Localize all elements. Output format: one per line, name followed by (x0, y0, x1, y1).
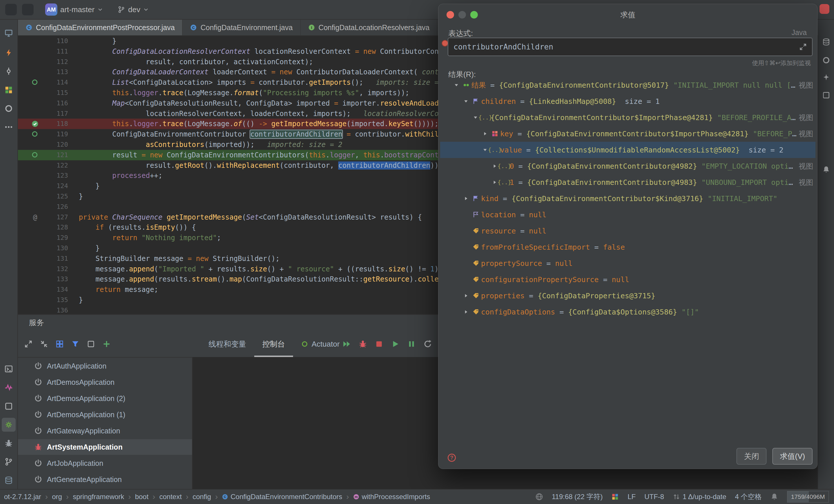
breadcrumb-item[interactable]: springframework (73, 493, 124, 501)
window-control-icon-2[interactable] (22, 4, 34, 15)
commit-icon[interactable] (2, 64, 16, 78)
globe-icon[interactable] (535, 493, 543, 501)
todo-icon[interactable] (2, 473, 16, 487)
filter-icon[interactable] (71, 340, 79, 348)
encoding[interactable]: UTF-8 (644, 493, 664, 501)
line-marker-icon[interactable] (31, 131, 38, 137)
group-by-icon[interactable] (56, 340, 64, 348)
ai-assistant-icon[interactable] (819, 70, 833, 84)
view-link[interactable]: 视图 (797, 178, 815, 187)
expander-closed-icon[interactable] (480, 131, 490, 137)
tree-row[interactable]: configurationPropertySource = null (440, 271, 815, 288)
add-tab-icon[interactable] (87, 340, 95, 348)
notifications-icon[interactable] (819, 163, 833, 177)
tree-row[interactable]: children = {LinkedHashMap@5008} size = 1 (440, 93, 815, 109)
service-row[interactable]: ArtGenerateApplication (18, 472, 192, 487)
breadcrumb-item[interactable]: org (52, 493, 62, 501)
expand-all-icon[interactable] (24, 340, 32, 348)
memory-indicator[interactable]: 1759/4096M (787, 491, 829, 503)
find-icon[interactable] (2, 101, 16, 115)
breadcrumb-item[interactable]: context (159, 493, 181, 501)
service-row[interactable]: ArtDemosApplication (18, 374, 192, 390)
debugger-tab-2[interactable]: 控制台 (254, 331, 293, 357)
database-icon[interactable] (819, 35, 833, 49)
tree-row[interactable]: {..}{ConfigDataEnvironmentContributor$Im… (440, 109, 815, 125)
gradle-icon[interactable] (819, 53, 833, 67)
pause-icon[interactable] (407, 340, 416, 348)
debugger-tab-1[interactable]: 线程和变量 (200, 331, 254, 357)
tree-row[interactable]: 结果 = {ConfigDataEnvironmentContributor@5… (440, 77, 815, 93)
breadcrumb-item[interactable]: CConfigDataEnvironmentContributors (222, 493, 342, 501)
tree-row[interactable]: fromProfileSpecificImport = false (440, 239, 815, 255)
line-ending[interactable]: LF (628, 493, 636, 501)
service-row[interactable]: ArtSystemApplication (18, 439, 192, 455)
editor-tab-1[interactable]: CConfigDataEnvironmentPostProcessor.java (18, 20, 182, 35)
caret-position[interactable]: 119:68 (22 字符) (552, 492, 603, 501)
editor-tab-2[interactable]: CConfigDataEnvironment.java (182, 20, 300, 35)
terminal-icon[interactable] (2, 362, 16, 376)
bookmark-icon[interactable] (2, 46, 16, 60)
breadcrumb-item[interactable]: ot-2.7.12.jar (4, 493, 41, 501)
service-row[interactable]: ArtGatewayApplication (18, 423, 192, 439)
service-row[interactable]: ArtDemosApplication (1) (18, 407, 192, 422)
rerun-icon[interactable] (423, 340, 432, 348)
more-tools-icon[interactable] (2, 120, 16, 134)
collapse-all-icon[interactable] (40, 340, 48, 348)
help-icon[interactable]: ? (447, 453, 456, 462)
tree-row[interactable]: resource = null (440, 223, 815, 239)
run-icon[interactable] (391, 340, 400, 348)
expression-input[interactable]: contributorAndChildren (448, 38, 813, 56)
expand-editor-icon[interactable] (799, 43, 807, 51)
resume-icon[interactable] (342, 340, 351, 348)
tree-row[interactable]: {..}value = {Collections$UnmodifiableRan… (440, 142, 815, 158)
profiler-icon[interactable] (2, 381, 16, 394)
colored-grid-icon[interactable] (611, 493, 619, 501)
breadcrumb-item[interactable]: config (193, 493, 211, 501)
add-service-icon[interactable] (103, 340, 111, 348)
expander-closed-icon[interactable] (461, 309, 470, 315)
build-icon[interactable] (2, 399, 16, 413)
window-control-icon[interactable] (5, 4, 17, 15)
services-icon[interactable] (2, 418, 16, 432)
git-icon[interactable] (2, 455, 16, 469)
tree-row[interactable]: {..}1 = {ConfigDataEnvironmentContributo… (440, 174, 815, 190)
recording-indicator-icon[interactable] (819, 4, 829, 14)
tree-row[interactable]: properties = {ConfigDataProperties@3715} (440, 288, 815, 304)
structure-icon[interactable] (2, 83, 16, 97)
service-row[interactable]: ArtAuthApplication (18, 358, 192, 374)
expander-closed-icon[interactable] (461, 196, 470, 201)
tree-row[interactable]: kind = {ConfigDataEnvironmentContributor… (440, 190, 815, 207)
notifications-bell-icon[interactable] (770, 493, 778, 501)
expander-closed-icon[interactable] (461, 293, 470, 299)
breakpoint-verified-icon[interactable] (31, 120, 39, 128)
view-link[interactable]: 视图 (797, 161, 815, 171)
editor-tab-3[interactable]: IConfigDataLocationResolvers.java (301, 20, 438, 35)
line-marker-icon[interactable] (31, 151, 38, 158)
debugger-tab-3[interactable]: Actuator (293, 331, 348, 357)
evaluate-button[interactable]: 求值(V) (772, 448, 813, 465)
tree-row[interactable]: location = null (440, 207, 815, 223)
close-button[interactable]: 关闭 (737, 448, 767, 465)
tree-row[interactable]: propertySource = null (440, 255, 815, 271)
problems-icon[interactable] (2, 436, 16, 450)
expander-open-icon[interactable] (452, 82, 461, 88)
branch-widget[interactable]: dev (115, 3, 152, 16)
view-link[interactable]: 视图 (797, 129, 815, 139)
vcs-widget[interactable]: 1 Δ/up-to-date (673, 493, 726, 501)
indent-setting[interactable]: 4 个空格 (735, 492, 762, 501)
tree-row[interactable]: {..}0 = {ConfigDataEnvironmentContributo… (440, 158, 815, 174)
view-link[interactable]: 视图 (797, 81, 815, 90)
project-widget[interactable]: AM art-master (42, 3, 106, 16)
breadcrumb-item[interactable]: mwithProcessedImports (353, 493, 430, 501)
dependencies-icon[interactable] (819, 88, 833, 102)
project-icon[interactable] (2, 26, 16, 40)
line-marker-icon[interactable] (31, 79, 38, 86)
breadcrumb-item[interactable]: boot (135, 493, 149, 501)
expander-open-icon[interactable] (461, 98, 470, 104)
service-row[interactable]: ArtJobApplication (18, 455, 192, 471)
service-row[interactable]: ArtDemosApplication (2) (18, 391, 192, 406)
mute-breakpoints-icon[interactable] (358, 340, 367, 348)
tree-row[interactable]: key = {ConfigDataEnvironmentContributor$… (440, 125, 815, 142)
view-link[interactable]: 视图 (797, 113, 815, 122)
tree-row[interactable]: configDataOptions = {ConfigData$Options@… (440, 304, 815, 320)
